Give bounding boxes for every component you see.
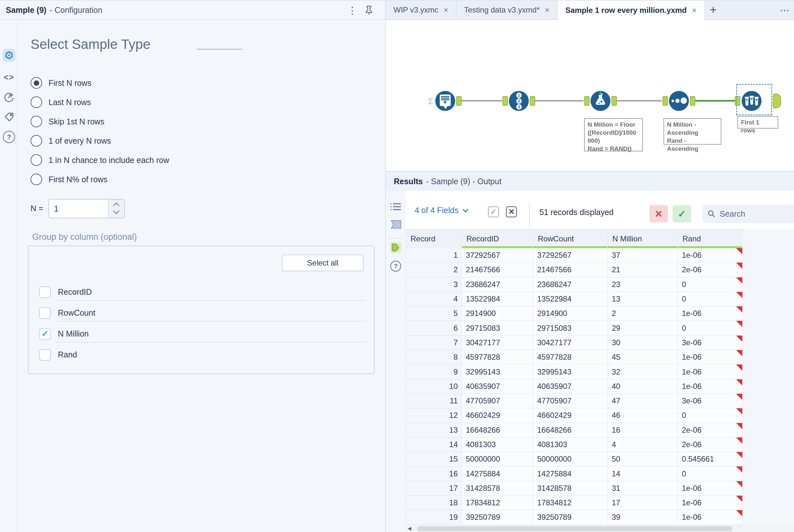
help-icon[interactable]: ? xyxy=(3,131,15,144)
search-box[interactable] xyxy=(702,205,794,223)
results-help-icon[interactable]: ? xyxy=(390,260,401,272)
more-tabs-button[interactable]: ⋯ xyxy=(778,1,792,19)
table-row[interactable]: 52914900291490021e-06 xyxy=(406,306,742,321)
column-header-rowcount[interactable]: RowCount xyxy=(533,229,608,248)
column-header-rand[interactable]: Rand xyxy=(678,229,742,248)
connection-4-selected[interactable] xyxy=(695,100,736,101)
tab-close-icon[interactable]: × xyxy=(443,5,449,15)
group-by-column-rowcount[interactable]: ✓RowCount xyxy=(39,303,367,323)
table-row[interactable]: 155000000050000000500.545661 xyxy=(406,452,742,467)
table-row[interactable]: 181783481217834812171e-06 xyxy=(406,496,742,510)
connection-1[interactable] xyxy=(461,100,502,101)
scroll-left-icon[interactable]: ◀ xyxy=(408,526,412,531)
radio-option-1-of-every-n-rows[interactable]: 1 of every N rows xyxy=(31,131,336,150)
output-anchor[interactable] xyxy=(611,96,617,106)
digit-2-icon: 2 xyxy=(516,98,522,104)
record-id-tool[interactable]: 1 2 3 xyxy=(509,91,529,111)
column-header-recordid[interactable]: RecordID xyxy=(462,229,533,248)
table-row[interactable]: 84597782845977828451e-06 xyxy=(406,350,742,364)
metadata-view-icon[interactable] xyxy=(390,218,401,230)
input-anchor[interactable] xyxy=(663,96,668,106)
connection-3[interactable] xyxy=(617,100,662,101)
radio-option-first-n-of-rows[interactable]: First N% of rows xyxy=(31,170,336,189)
search-input[interactable] xyxy=(719,209,785,219)
sort-tool[interactable] xyxy=(669,91,689,111)
sort-dot-small xyxy=(672,100,674,102)
checkbox[interactable]: ✓ xyxy=(39,349,51,361)
output-anchor[interactable] xyxy=(456,96,461,106)
group-by-column-rand[interactable]: ✓Rand xyxy=(39,344,367,365)
success-filter-button[interactable]: ✓ xyxy=(673,205,691,223)
checkbox[interactable]: ✓ xyxy=(39,286,51,298)
output-anchor[interactable] xyxy=(690,96,695,106)
open-run-icon[interactable] xyxy=(3,91,15,103)
cell: 23 xyxy=(608,278,678,292)
settings-tab-gear-icon[interactable]: ⚙ xyxy=(3,49,15,62)
tag-icon[interactable] xyxy=(3,111,15,124)
select-all-button[interactable]: Select all xyxy=(282,254,363,271)
radio-button[interactable] xyxy=(31,77,42,89)
radio-option-first-n-rows[interactable]: First N rows xyxy=(31,73,336,93)
column-header-n-million[interactable]: N Million xyxy=(608,229,678,248)
radio-option-skip-1st-n-rows[interactable]: Skip 1st N rows xyxy=(31,112,336,131)
table-row[interactable]: 104063590740635907401e-06 xyxy=(406,379,742,394)
output-anchor[interactable] xyxy=(530,96,535,106)
table-row[interactable]: 131664826616648266162e-06 xyxy=(406,423,742,437)
table-row[interactable]: 144081303408130342e-06 xyxy=(406,437,742,452)
pin-icon[interactable] xyxy=(363,4,376,17)
horizontal-scrollbar[interactable]: ◀ xyxy=(406,525,794,532)
table-row[interactable]: 73042717730427177303e-06 xyxy=(406,336,742,350)
n-value-input[interactable] xyxy=(49,200,109,217)
radio-button[interactable] xyxy=(31,154,42,166)
new-workflow-button[interactable]: + xyxy=(705,1,721,19)
table-row[interactable]: 93299514332995143321e-06 xyxy=(406,364,742,379)
radio-button[interactable] xyxy=(31,135,42,147)
tab-sample-1-row-every-million-yxmd[interactable]: Sample 1 row every million.yxmd× xyxy=(558,1,705,20)
table-row[interactable]: 22146756621467566212e-06 xyxy=(406,263,742,277)
input-anchor[interactable] xyxy=(503,96,508,106)
n-stepper[interactable] xyxy=(108,200,124,217)
radio-option-1-in-n-chance-to-include-each-row[interactable]: 1 in N chance to include each row xyxy=(31,150,336,170)
column-header-record[interactable]: Record xyxy=(406,229,462,248)
table-row[interactable]: 41352298413522984130 xyxy=(406,292,742,306)
connection-2[interactable] xyxy=(535,100,583,101)
table-row[interactable]: 124660242946602429460 xyxy=(406,408,742,423)
table-row[interactable]: 32368624723686247230 xyxy=(406,278,742,292)
code-icon[interactable]: <> xyxy=(3,71,15,83)
tab-testing-data-v3-yxmd[interactable]: Testing data v3.yxmd*× xyxy=(456,1,558,19)
errors-filter-button[interactable]: ✕ xyxy=(649,205,668,223)
tab-close-icon[interactable]: × xyxy=(692,5,697,15)
tab-wip-v3-yxmc[interactable]: WIP v3.yxmc× xyxy=(386,1,456,19)
scrollbar-thumb[interactable] xyxy=(417,526,732,531)
list-view-icon[interactable] xyxy=(390,201,401,213)
table-row[interactable]: 173142857831428578311e-06 xyxy=(406,481,742,496)
radio-label: First N rows xyxy=(49,78,91,88)
table-row[interactable]: 193925078939250789391e-06 xyxy=(406,510,742,525)
kebab-menu-icon[interactable]: ⋮ xyxy=(346,4,359,17)
table-row[interactable]: 62971508329715083290 xyxy=(406,321,742,335)
input-anchor[interactable] xyxy=(584,96,589,106)
table-row[interactable]: 161427588414275884140 xyxy=(406,467,742,481)
sample-output-anchor[interactable] xyxy=(773,94,781,108)
stepper-down-icon[interactable] xyxy=(113,208,119,214)
radio-button[interactable] xyxy=(31,174,42,185)
checkbox[interactable]: ✓ xyxy=(39,328,51,340)
output-anchor-icon[interactable] xyxy=(390,242,401,253)
generate-rows-tool[interactable]: + xyxy=(435,91,455,111)
sidebar-divider xyxy=(389,238,402,239)
radio-button[interactable] xyxy=(31,96,42,108)
workflow-canvas[interactable]: Σ + 1 2 xyxy=(386,20,794,171)
table-row[interactable]: 13729256737292567371e-06 xyxy=(406,248,742,263)
select-fields-icon[interactable]: ✓ xyxy=(488,206,499,217)
group-by-column-n-million[interactable]: ✓N Million xyxy=(39,323,367,344)
table-row[interactable]: 114770590747705907473e-06 xyxy=(406,394,742,408)
group-by-column-recordid[interactable]: ✓RecordID xyxy=(39,282,367,303)
radio-option-last-n-rows[interactable]: Last N rows xyxy=(31,93,336,112)
radio-button[interactable] xyxy=(31,116,42,127)
checkbox[interactable]: ✓ xyxy=(39,307,51,319)
tab-close-icon[interactable]: × xyxy=(545,5,550,15)
fields-dropdown[interactable]: 4 of 4 Fields xyxy=(415,206,469,215)
formula-tool[interactable] xyxy=(590,91,610,111)
sample-tool[interactable] xyxy=(742,91,761,111)
deselect-fields-icon[interactable]: ✕ xyxy=(506,206,517,217)
